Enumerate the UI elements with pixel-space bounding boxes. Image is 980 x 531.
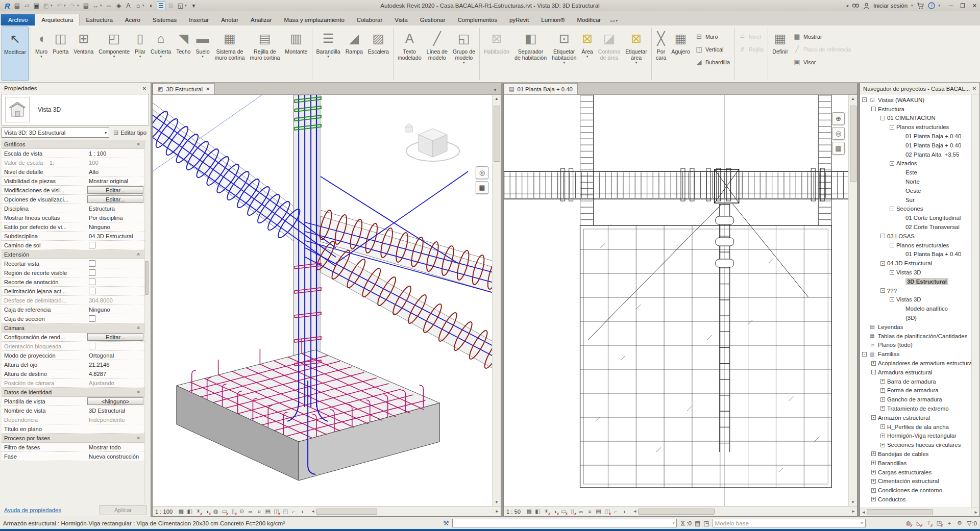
dropdown-arrow-icon[interactable]: ▾ xyxy=(100,4,104,8)
navigation-bar-button[interactable]: ▦ xyxy=(476,181,488,194)
tree-item[interactable]: + Barra de armadura xyxy=(860,377,979,386)
tree-item-label[interactable]: Alzados xyxy=(896,160,917,166)
tree-item[interactable]: + Tratamiento de extremo xyxy=(860,404,979,413)
tree-expander-icon[interactable]: + xyxy=(871,361,876,366)
collapse-search-icon[interactable]: ◂ xyxy=(846,3,848,8)
tree-item-label[interactable]: ??? xyxy=(887,288,897,294)
shadows-off[interactable]: ◑ xyxy=(551,508,559,516)
tree-item[interactable]: 3D Estructural xyxy=(860,277,979,286)
tag-by-category-button[interactable]: ◈ xyxy=(114,1,123,10)
ribbon-tab[interactable]: Arquitectura xyxy=(35,14,80,26)
tree-expander-icon[interactable]: + xyxy=(871,488,876,493)
tree-item-label[interactable]: Secciones huecas circulares xyxy=(887,442,961,448)
qat-item[interactable]: ▤ xyxy=(13,1,21,10)
qat-item[interactable]: R xyxy=(3,1,12,10)
tree-item[interactable]: - Secciones xyxy=(860,205,979,214)
tree-item[interactable]: Norte xyxy=(860,177,979,186)
property-value[interactable]: Por disciplina xyxy=(86,213,144,222)
tree-item-label[interactable]: Armadura estructural xyxy=(878,369,932,375)
temporary-view-properties[interactable]: ▤ xyxy=(594,508,603,516)
property-value[interactable]: Mostrar todo xyxy=(86,443,144,451)
apply-button[interactable]: Aplicar xyxy=(100,505,146,515)
tree-item[interactable]: + Bandejas de cables xyxy=(860,449,979,459)
tree-item[interactable]: + Gancho de armadura xyxy=(860,395,979,404)
temporary-hide-isolate[interactable]: ∞ xyxy=(246,508,255,516)
view-tab-3d[interactable]: ◩ 3D Estructural ✕ xyxy=(153,83,215,94)
ribbon-small-button[interactable]: ⊟ Muro xyxy=(695,31,730,43)
ribbon-tab[interactable]: Acero xyxy=(119,14,146,26)
viewcube[interactable] xyxy=(405,119,464,171)
reveal-hidden-elements[interactable]: ¤ xyxy=(255,508,263,516)
tree-item[interactable]: 01 Planta Baja + 0.40 xyxy=(860,250,979,259)
tree-item-label[interactable]: 3D Estructural xyxy=(905,278,948,285)
measure-button[interactable]: ↔ xyxy=(91,1,100,10)
crop-view-off[interactable]: ▭ xyxy=(220,508,229,516)
property-value[interactable]: 3D Estructural xyxy=(86,406,144,415)
browser-horizontal-scrollbar[interactable]: ◄ ► xyxy=(860,508,979,516)
tree-item-label[interactable]: Vistas (WAAKUN) xyxy=(878,97,924,103)
qat-item[interactable]: ▱ xyxy=(22,1,31,10)
user-icon[interactable] xyxy=(863,3,870,9)
modify-panel-toggle[interactable]: ▭▾ xyxy=(607,16,621,26)
tree-item-label[interactable]: {3D} xyxy=(905,315,917,321)
tree-item[interactable]: Sur xyxy=(860,195,979,205)
scroll-left-icon[interactable]: ◄ xyxy=(311,509,315,514)
scroll-right-icon[interactable]: ► xyxy=(495,509,499,514)
tree-expander-icon[interactable]: - xyxy=(862,97,867,102)
thin-lines-button[interactable]: ☰ xyxy=(157,1,165,10)
close-view-icon[interactable]: ✕ xyxy=(206,86,210,92)
rendering-dialog[interactable]: ◍ xyxy=(211,508,220,516)
filter-button[interactable]: ▽ :0 xyxy=(967,520,977,527)
canvas-plan[interactable]: ⊕◎▦ ▲ ▼ xyxy=(504,95,857,506)
tree-item-label[interactable]: Tablas de planificación/Cantidades xyxy=(878,333,967,339)
property-value[interactable] xyxy=(86,277,144,286)
tree-item-label[interactable]: Hormigón-Viga rectangular xyxy=(887,433,957,439)
analytical-model-off[interactable]: ◫ xyxy=(603,508,611,516)
worksets-icon[interactable]: ⚒ xyxy=(443,519,449,527)
property-value[interactable]: 304.8000 xyxy=(86,296,144,305)
property-value[interactable]: Ninguno xyxy=(86,222,144,231)
ramp-button[interactable]: ◢ Rampa xyxy=(344,27,365,81)
tree-expander-icon[interactable]: - xyxy=(871,415,876,420)
qat-item[interactable]: ◈ xyxy=(114,1,123,10)
tree-item[interactable]: - Armadura estructural xyxy=(860,368,979,377)
ribbon-small-button[interactable]: ≐ Nivel xyxy=(739,31,764,43)
property-value[interactable]: 100 xyxy=(86,158,144,167)
area-button[interactable]: ⊠ Área ▾ xyxy=(579,27,595,81)
design-option-dropdown[interactable]: Modelo base▾ xyxy=(713,519,866,527)
tree-item[interactable]: + Cargas estructurales xyxy=(860,468,979,477)
scroll-up-icon[interactable]: ▲ xyxy=(851,95,855,103)
tree-item-label[interactable]: 04 3D Estructural xyxy=(887,260,932,266)
property-value[interactable] xyxy=(86,342,144,350)
ribbon-tab[interactable]: pyRevit xyxy=(503,14,535,26)
curtain-grid-button[interactable]: ▤ Rejilla de muro cortina xyxy=(248,27,282,81)
tree-item-label[interactable]: 01 Planta Baja + 0.40 xyxy=(905,251,961,257)
room-separator-button[interactable]: ◧ Separador de habitación xyxy=(512,27,549,81)
crop-view-off[interactable]: ▭ xyxy=(559,508,568,516)
design-options-icon[interactable]: ▤ xyxy=(695,520,700,527)
tree-expander-icon[interactable]: + xyxy=(880,397,885,402)
ribbon-tab[interactable]: Complementos xyxy=(452,14,503,26)
active-workset-dropdown[interactable]: ▾ xyxy=(452,519,677,527)
tree-item[interactable]: + Acopladores de armadura estructural xyxy=(860,359,979,368)
property-value[interactable]: Mostrar original xyxy=(86,176,144,185)
tree-item-label[interactable]: Armazón estructural xyxy=(878,415,930,421)
ribbon-small-button[interactable]: ◢ Buhardilla xyxy=(695,56,730,69)
qat-item[interactable]: ↷ ▾ xyxy=(68,1,81,10)
tree-expander-icon[interactable]: - xyxy=(871,107,876,111)
tree-item[interactable]: - ??? xyxy=(860,286,979,295)
qat-item[interactable]: ☰ xyxy=(157,1,165,10)
tree-item-label[interactable]: H_Perfiles de ala ancha xyxy=(887,424,949,430)
qat-item[interactable]: ▣ xyxy=(32,1,41,10)
tree-item[interactable]: ▤ Leyendas xyxy=(860,322,979,332)
tree-item-label[interactable]: Cargas estructurales xyxy=(878,469,932,475)
section-button[interactable]: ◐ xyxy=(147,1,156,10)
app-store-cart-icon[interactable] xyxy=(917,3,924,9)
window-button[interactable]: ⊞ Ventana xyxy=(71,27,95,81)
tree-item-label[interactable]: Barra de armadura xyxy=(887,378,936,385)
tree-item-label[interactable]: Bandejas de cables xyxy=(878,451,928,457)
crop-region-off[interactable]: ▯ xyxy=(568,508,577,516)
tree-expander-icon[interactable]: - xyxy=(862,352,867,357)
modify-button[interactable]: ↖ Modificar xyxy=(2,27,29,81)
ribbon-tab[interactable]: Vista xyxy=(388,14,413,26)
